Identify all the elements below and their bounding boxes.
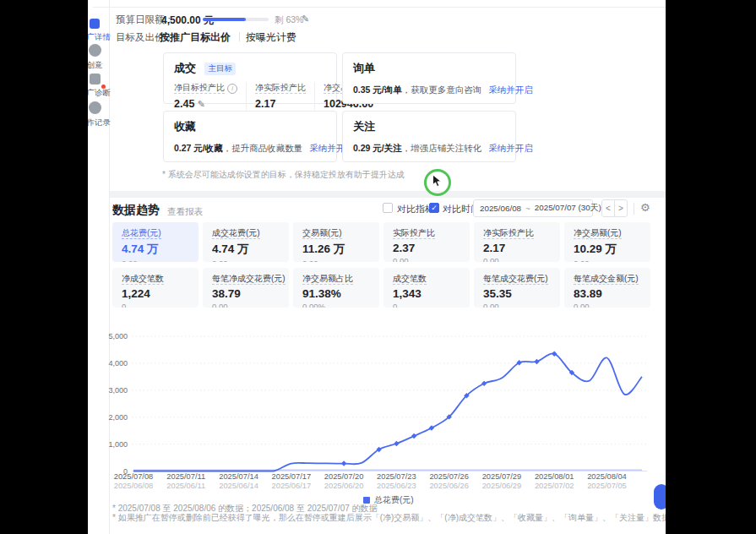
x-tick-label: 2025/08/01 <box>526 472 582 481</box>
metric-card-net-orders[interactable]: 净成交笔数 1,224 0 <box>112 268 199 308</box>
goal-card-title: 成交 <box>174 62 196 74</box>
x-tick-label: 2025/07/20 <box>316 472 372 481</box>
x-tick-compare-label: 2025/06/14 <box>211 482 267 490</box>
date-start: 2025/06/08 <box>480 204 521 213</box>
metric-card-total-spend[interactable]: 总花费(元) 4.74 万 0.00 <box>112 222 199 262</box>
controls-divider <box>634 203 634 215</box>
x-tick-compare-label: 2025/06/23 <box>368 482 424 490</box>
legend-label: 总花费(元) <box>374 494 414 506</box>
x-tick-label: 2025/07/23 <box>368 472 424 481</box>
info-icon[interactable]: i <box>227 84 237 94</box>
x-tick-compare-label: 2025/06/29 <box>474 482 530 490</box>
y-tick-label: 1,000 <box>108 440 128 449</box>
adopt-enable-link[interactable]: 采纳并开启 <box>488 84 533 95</box>
x-tick-compare-label: 2025/06/11 <box>158 482 214 490</box>
goal-card-title: 询单 <box>353 62 375 74</box>
inquiry-desc: ，获取更多意向咨询 <box>402 84 482 95</box>
primary-goal-badge: 主目标 <box>204 63 236 75</box>
metric-label: 实际投产比 <box>393 228 435 239</box>
goal-card-title: 收藏 <box>174 120 196 133</box>
view-report-link[interactable]: 查看报表 <box>167 206 203 218</box>
metric-value: 83.89 <box>574 287 641 300</box>
y-tick-label: 4,000 <box>108 359 128 368</box>
metric-label: 净交易额占比 <box>302 274 353 285</box>
chart-footnote-2: * 如果推广在暂停或删除前已经获得了曝光，那么在暂停或重建后展示「(净)交易额」… <box>112 512 704 524</box>
bidding-option-goal[interactable]: 按推广目标出价 <box>160 30 231 45</box>
metric-card-roi[interactable]: 实际投产比 2.37 0.00 <box>383 222 470 262</box>
metric-label: 成交花费(元) <box>212 228 260 239</box>
metric-sub: 0.00 <box>483 256 551 262</box>
metric-value: 91.38% <box>302 287 370 300</box>
metric-sub: 0.00 <box>393 256 460 262</box>
data-point-marker[interactable] <box>394 441 399 446</box>
metric-card-net-gmv[interactable]: 净交易额(元) 10.29 万 0.00 <box>564 222 650 262</box>
x-tick-compare-label: 2025/06/20 <box>316 482 372 490</box>
metric-label: 每笔成交金额(元) <box>574 274 639 285</box>
prev-period-button[interactable]: < <box>601 199 615 217</box>
data-point-marker[interactable] <box>481 381 487 386</box>
metric-sub: 0.00 <box>483 302 551 308</box>
adopt-enable-link[interactable]: 采纳并开启 <box>488 143 533 153</box>
trend-section-title: 数据趋势 <box>112 203 160 218</box>
budget-remaining: 剩 63% <box>275 14 303 26</box>
metric-card-amount-per-order[interactable]: 每笔成交金额(元) 83.89 0.00 <box>564 268 650 308</box>
x-axis-compare: 2025/06/082025/06/112025/06/142025/06/17… <box>108 482 666 491</box>
gear-icon[interactable]: ⚙ <box>640 201 650 214</box>
compare-metric-checkbox[interactable] <box>383 203 393 213</box>
notification-dot <box>101 84 106 89</box>
data-point-marker[interactable] <box>411 433 416 439</box>
metric-card-gmv[interactable]: 交易额(元) 11.26 万 0.00 <box>293 222 379 262</box>
metric-label: 成交笔数 <box>393 274 427 285</box>
metric-value: 2.17 <box>483 242 551 254</box>
metric-label: 净交易额(元) <box>574 228 622 239</box>
x-tick-compare-label: 2025/07/05 <box>579 482 634 490</box>
metric-card-net-cost-per-order[interactable]: 每笔净成交花费(元) 38.79 0.00 <box>203 268 289 308</box>
metric-value: 35.35 <box>483 287 551 300</box>
x-tick-compare-label: 2025/06/08 <box>106 482 161 490</box>
data-point-marker[interactable] <box>341 460 346 466</box>
x-tick-label: 2025/07/29 <box>474 472 530 481</box>
diagnose-icon <box>90 74 101 84</box>
metric-value: 2.17 <box>255 98 306 110</box>
top-divider <box>93 7 666 8</box>
data-point-marker[interactable] <box>429 425 434 430</box>
metric-sub: 0.00 <box>212 259 280 262</box>
metric-value: 38.79 <box>212 287 280 300</box>
metric-sub: 0.00 <box>122 259 189 262</box>
goal-card-inquiry: 询单 0.35 元/询单，获取更多意向咨询采纳并开启 <box>342 52 516 104</box>
metric-label: 净目标投产比 <box>174 83 225 94</box>
edit-roi-icon[interactable]: ✎ <box>198 99 205 109</box>
edit-budget-icon[interactable]: ✎ <box>302 14 309 25</box>
metric-card-net-roi[interactable]: 净实际投产比 2.17 0.00 <box>474 222 560 262</box>
metric-label: 净实际投产比 <box>483 228 534 239</box>
metric-label: 净成交笔数 <box>122 274 164 285</box>
metric-card-cost-per-order[interactable]: 每笔成交花费(元) 35.35 0.00 <box>474 268 560 308</box>
metric-card-orders[interactable]: 成交笔数 1,343 0 <box>383 268 470 308</box>
goal-card-title: 关注 <box>353 120 375 133</box>
inquiry-price: 0.35 元/询单 <box>353 84 402 95</box>
x-tick-label: 2025/07/17 <box>264 472 319 481</box>
bidding-option-impression[interactable]: 按曝光计费 <box>246 30 296 45</box>
deal-metric-actual-roi: 净实际投产比 2.17 <box>246 82 314 110</box>
y-tick-label: 3,000 <box>108 386 128 395</box>
metric-sub: 0.00 <box>302 259 370 262</box>
x-tick-label: 2025/07/11 <box>158 472 214 481</box>
metric-card-deal-spend[interactable]: 成交花费(元) 4.74 万 0.00 <box>203 222 289 262</box>
metric-value: 4.74 万 <box>212 242 280 257</box>
compare-time-checkbox[interactable]: ✓ <box>429 203 439 213</box>
metric-sub: 0.00 <box>212 302 280 308</box>
metric-card-net-gmv-ratio[interactable]: 净交易额占比 91.38% 0.00% <box>293 268 379 308</box>
date-range-picker[interactable]: 2025/06/08 ~ 2025/07/07 (30天) <box>473 199 593 217</box>
metric-value: 1,343 <box>393 287 460 300</box>
x-axis-primary: 2025/07/082025/07/112025/07/142025/07/17… <box>108 472 666 482</box>
x-tick-label: 2025/07/14 <box>211 472 267 481</box>
trend-chart[interactable]: 01,0002,0003,0004,0005,000 <box>108 330 666 482</box>
x-tick-label: 2025/07/08 <box>106 472 161 481</box>
date-separator: ~ <box>525 204 530 213</box>
x-tick-compare-label: 2025/06/17 <box>264 482 319 490</box>
deal-metric-target-roi: 净目标投产比i 2.45 ✎ <box>174 82 246 110</box>
detail-icon <box>90 19 100 29</box>
metric-value: 2.37 <box>393 242 460 254</box>
bidding-separator <box>239 32 240 41</box>
next-period-button[interactable]: > <box>614 199 628 217</box>
